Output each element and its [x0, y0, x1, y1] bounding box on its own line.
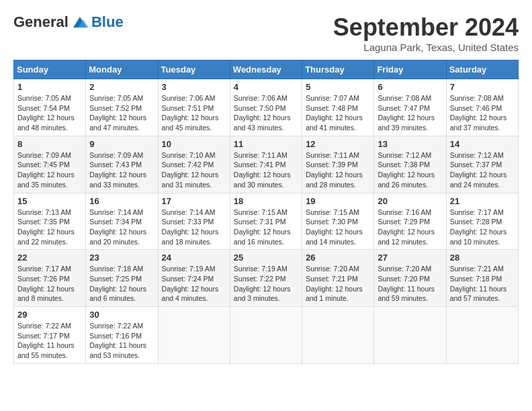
calendar-day-20: 20Sunrise: 7:16 AMSunset: 7:29 PMDayligh…: [374, 193, 446, 250]
calendar-day-28: 28Sunrise: 7:21 AMSunset: 7:18 PMDayligh…: [446, 250, 518, 307]
calendar-day-2: 2Sunrise: 7:05 AMSunset: 7:52 PMDaylight…: [86, 79, 158, 136]
weekday-header-friday: Friday: [374, 60, 446, 79]
calendar-day-10: 10Sunrise: 7:10 AMSunset: 7:42 PMDayligh…: [158, 136, 230, 193]
calendar-day-15: 15Sunrise: 7:13 AMSunset: 7:35 PMDayligh…: [14, 193, 86, 250]
calendar-day-9: 9Sunrise: 7:09 AMSunset: 7:43 PMDaylight…: [86, 136, 158, 193]
calendar-day-29: 29Sunrise: 7:22 AMSunset: 7:17 PMDayligh…: [14, 307, 86, 364]
calendar-week-1: 8Sunrise: 7:09 AMSunset: 7:45 PMDaylight…: [14, 136, 519, 193]
calendar-day-25: 25Sunrise: 7:19 AMSunset: 7:22 PMDayligh…: [230, 250, 302, 307]
empty-cell: [302, 307, 374, 364]
calendar-day-12: 12Sunrise: 7:11 AMSunset: 7:39 PMDayligh…: [302, 136, 374, 193]
weekday-header-thursday: Thursday: [302, 60, 374, 79]
logo-blue: Blue: [91, 13, 124, 31]
calendar-table: SundayMondayTuesdayWednesdayThursdayFrid…: [13, 60, 519, 364]
empty-cell: [158, 307, 230, 364]
empty-cell: [374, 307, 446, 364]
calendar-day-8: 8Sunrise: 7:09 AMSunset: 7:45 PMDaylight…: [14, 136, 86, 193]
calendar-day-26: 26Sunrise: 7:20 AMSunset: 7:21 PMDayligh…: [302, 250, 374, 307]
calendar-week-4: 29Sunrise: 7:22 AMSunset: 7:17 PMDayligh…: [14, 307, 519, 364]
calendar-day-22: 22Sunrise: 7:17 AMSunset: 7:26 PMDayligh…: [14, 250, 86, 307]
calendar-day-5: 5Sunrise: 7:07 AMSunset: 7:48 PMDaylight…: [302, 79, 374, 136]
calendar-day-4: 4Sunrise: 7:06 AMSunset: 7:50 PMDaylight…: [230, 79, 302, 136]
calendar-day-19: 19Sunrise: 7:15 AMSunset: 7:30 PMDayligh…: [302, 193, 374, 250]
weekday-header-tuesday: Tuesday: [158, 60, 230, 79]
weekday-header-sunday: Sunday: [14, 60, 86, 79]
logo-icon: [70, 14, 90, 30]
calendar-day-14: 14Sunrise: 7:12 AMSunset: 7:37 PMDayligh…: [446, 136, 518, 193]
calendar-week-0: 1Sunrise: 7:05 AMSunset: 7:54 PMDaylight…: [14, 79, 519, 136]
logo: General Blue: [13, 13, 124, 31]
calendar-week-2: 15Sunrise: 7:13 AMSunset: 7:35 PMDayligh…: [14, 193, 519, 250]
calendar-day-11: 11Sunrise: 7:11 AMSunset: 7:41 PMDayligh…: [230, 136, 302, 193]
calendar-day-17: 17Sunrise: 7:14 AMSunset: 7:33 PMDayligh…: [158, 193, 230, 250]
calendar-day-13: 13Sunrise: 7:12 AMSunset: 7:38 PMDayligh…: [374, 136, 446, 193]
calendar-day-24: 24Sunrise: 7:19 AMSunset: 7:24 PMDayligh…: [158, 250, 230, 307]
calendar-day-16: 16Sunrise: 7:14 AMSunset: 7:34 PMDayligh…: [86, 193, 158, 250]
empty-cell: [230, 307, 302, 364]
logo-general: General: [13, 13, 69, 31]
weekday-header-wednesday: Wednesday: [230, 60, 302, 79]
calendar-day-3: 3Sunrise: 7:06 AMSunset: 7:51 PMDaylight…: [158, 79, 230, 136]
calendar-day-18: 18Sunrise: 7:15 AMSunset: 7:31 PMDayligh…: [230, 193, 302, 250]
calendar-day-21: 21Sunrise: 7:17 AMSunset: 7:28 PMDayligh…: [446, 193, 518, 250]
weekday-header-saturday: Saturday: [446, 60, 518, 79]
page-header: General Blue September 2024 Laguna Park,…: [13, 13, 519, 53]
calendar-day-30: 30Sunrise: 7:22 AMSunset: 7:16 PMDayligh…: [86, 307, 158, 364]
calendar-day-1: 1Sunrise: 7:05 AMSunset: 7:54 PMDaylight…: [14, 79, 86, 136]
weekday-header-monday: Monday: [86, 60, 158, 79]
calendar-day-27: 27Sunrise: 7:20 AMSunset: 7:20 PMDayligh…: [374, 250, 446, 307]
calendar-day-23: 23Sunrise: 7:18 AMSunset: 7:25 PMDayligh…: [86, 250, 158, 307]
empty-cell: [446, 307, 518, 364]
calendar-week-3: 22Sunrise: 7:17 AMSunset: 7:26 PMDayligh…: [14, 250, 519, 307]
calendar-day-7: 7Sunrise: 7:08 AMSunset: 7:46 PMDaylight…: [446, 79, 518, 136]
location: Laguna Park, Texas, United States: [333, 42, 519, 53]
calendar-day-6: 6Sunrise: 7:08 AMSunset: 7:47 PMDaylight…: [374, 79, 446, 136]
weekday-header-row: SundayMondayTuesdayWednesdayThursdayFrid…: [14, 60, 519, 79]
title-section: September 2024 Laguna Park, Texas, Unite…: [333, 13, 519, 53]
month-title: September 2024: [333, 13, 519, 42]
